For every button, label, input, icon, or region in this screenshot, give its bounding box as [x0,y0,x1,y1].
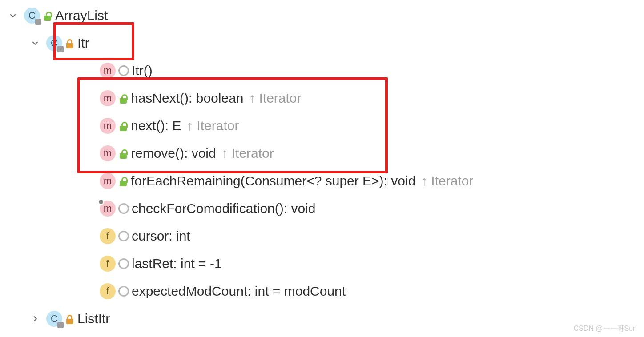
class-icon: C [24,8,40,24]
class-icon: C [46,35,62,51]
package-visibility-icon [118,203,129,214]
tree-member[interactable]: mforEachRemaining(Consumer<? super E>): … [4,167,640,195]
override-up-icon: ↑ [249,91,255,106]
lock-icon [65,313,75,324]
method-icon: m [100,90,116,106]
override-up-icon: ↑ [221,146,228,161]
member-label: forEachRemaining(Consumer<? super E>): v… [131,173,415,189]
member-label: lastRet: int = -1 [132,256,222,271]
lock-icon [65,38,75,48]
unlock-icon [118,93,128,104]
member-label: checkForComodification(): void [132,201,315,216]
inherit-label: Iterator [232,146,274,161]
tree-node-arraylist[interactable]: C ArrayList [4,2,640,29]
method-icon: m [100,201,116,217]
member-label: remove(): void [131,146,216,161]
class-icon: C [46,311,62,327]
field-icon: f [100,283,116,299]
tree-member[interactable]: fcursor: int [4,222,640,250]
unlock-icon [118,120,128,131]
field-icon: f [100,228,116,244]
member-label: next(): E [131,118,181,133]
override-up-icon: ↑ [186,118,193,133]
inherit-label: Iterator [431,173,473,189]
tree-member[interactable]: mcheckForComodification(): void [4,195,640,222]
tree-member[interactable]: flastRet: int = -1 [4,250,640,277]
member-label: hasNext(): boolean [131,91,243,106]
method-icon: m [100,173,116,189]
override-up-icon: ↑ [421,173,427,189]
members-list: mItr()mhasNext(): boolean↑Iteratormnext(… [4,57,640,305]
chevron-down-icon[interactable] [27,38,44,48]
package-visibility-icon [118,231,129,241]
node-label: ArrayList [55,8,108,23]
unlock-icon [118,176,128,186]
method-icon: m [100,63,116,79]
inherit-label: Iterator [259,91,301,106]
tree-member[interactable]: fexpectedModCount: int = modCount [4,277,640,305]
unlock-icon [118,148,128,159]
package-visibility-icon [118,65,129,76]
tree-node-itr[interactable]: C Itr [4,29,640,57]
tree-member[interactable]: mremove(): void↑Iterator [4,140,640,167]
method-icon: m [100,118,116,134]
node-label: Itr [77,36,89,51]
method-icon: m [100,145,116,161]
watermark: CSDN @一一哥Sun [574,324,637,333]
package-visibility-icon [118,286,129,297]
member-label: expectedModCount: int = modCount [132,284,346,299]
tree-node-listitr[interactable]: C ListItr [4,305,640,333]
unlock-icon [43,10,52,21]
node-label: ListItr [77,311,110,326]
tree-member[interactable]: mhasNext(): boolean↑Iterator [4,84,640,112]
package-visibility-icon [118,258,129,269]
field-icon: f [100,256,116,272]
structure-tree: C ArrayList C Itr mItr()mhasNext(): bool… [0,0,644,334]
member-label: cursor: int [132,229,190,244]
chevron-right-icon[interactable] [27,314,44,324]
tree-member[interactable]: mItr() [4,57,640,84]
member-label: Itr() [132,63,153,78]
tree-member[interactable]: mnext(): E↑Iterator [4,112,640,140]
inherit-label: Iterator [197,118,239,133]
chevron-down-icon[interactable] [4,11,21,20]
